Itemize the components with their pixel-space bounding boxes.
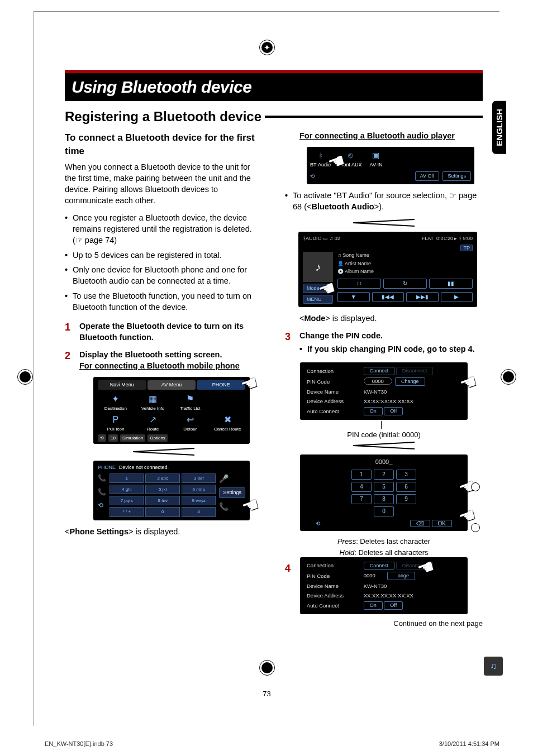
- keypad-key[interactable]: 8 tuv: [145, 496, 179, 505]
- keypad-key[interactable]: 9 wxyz: [182, 496, 216, 505]
- tp-indicator: TP: [460, 245, 473, 251]
- navi-bottom[interactable]: Simulation: [120, 434, 145, 442]
- connect-button[interactable]: Connect: [364, 562, 395, 570]
- disconnect-button[interactable]: Disconnect: [396, 367, 434, 375]
- conn-label: PIN Code: [304, 571, 361, 581]
- keypad-key[interactable]: 8: [374, 494, 394, 504]
- eq-label: FLAT: [422, 236, 434, 241]
- bt-audio-play-screenshot: ᚼAUDIO ▭ ♫ 02 FLAT 0:01:20 ▸ ᚼ 9:00 TP ♪…: [298, 232, 477, 308]
- change-button[interactable]: Change: [395, 377, 425, 386]
- keypad-key[interactable]: 5 jkl: [145, 485, 179, 494]
- pause-button[interactable]: ▮▮: [429, 279, 473, 289]
- next-button[interactable]: ▶▶▮: [406, 292, 439, 302]
- keypad-key[interactable]: 3: [396, 470, 416, 480]
- navi-item[interactable]: ✦Destination: [98, 393, 134, 412]
- navi-item[interactable]: ↗Route: [135, 414, 171, 433]
- track-number: 02: [335, 236, 340, 241]
- down-button[interactable]: ▼: [337, 292, 370, 302]
- navi-item[interactable]: ✖Cancel Route: [210, 414, 245, 433]
- clock: 9:00: [463, 236, 473, 241]
- step-number: 1: [65, 320, 70, 334]
- navi-bottom[interactable]: 10: [108, 434, 118, 442]
- device-name-value: KW-NT30: [361, 387, 463, 396]
- keypad-key[interactable]: 7 pqrs: [110, 496, 144, 505]
- on-button[interactable]: On: [364, 601, 383, 610]
- chapter-title: Using Bluetooth device: [72, 78, 476, 97]
- keypad-key[interactable]: 3 def: [182, 473, 216, 483]
- voice-icon[interactable]: 🎤: [219, 473, 245, 485]
- conn-label: Device Address: [304, 591, 361, 600]
- back-icon[interactable]: ⟲: [316, 520, 320, 528]
- keypad-key[interactable]: 0: [145, 507, 179, 516]
- back-icon[interactable]: ⟲: [98, 501, 106, 510]
- callout-1: 1: [471, 482, 480, 491]
- keypad-key[interactable]: 9: [396, 494, 416, 504]
- settings-button[interactable]: Settings: [442, 171, 471, 181]
- keypad-key[interactable]: 2: [374, 470, 394, 480]
- keypad-key[interactable]: 0: [374, 506, 394, 516]
- connect-button[interactable]: Connect: [364, 367, 395, 375]
- right-column: For connecting a Bluetooth audio player …: [285, 130, 483, 629]
- right-head-underline: For connecting a Bluetooth audio player: [299, 130, 483, 141]
- on-button[interactable]: On: [364, 407, 383, 415]
- artist-name: Artist Name: [345, 261, 371, 266]
- dial-icon[interactable]: 📞: [98, 487, 106, 497]
- keypad-key[interactable]: #: [182, 507, 216, 516]
- keypad-key[interactable]: * / +: [110, 507, 144, 516]
- pin-value: 0000: [364, 377, 392, 385]
- mode-line: <Mode> is displayed.: [299, 313, 483, 324]
- album-name: Album Name: [345, 269, 374, 274]
- navi-item[interactable]: PPOI Icon: [98, 414, 134, 433]
- bullet: Up to 5 devices can be registered in tot…: [65, 250, 263, 261]
- source-label: AUDIO: [306, 236, 322, 241]
- keypad-key[interactable]: 4 ghi: [110, 485, 144, 494]
- av-in-source[interactable]: ▣AV-IN: [370, 150, 383, 168]
- keypad-key[interactable]: 2 abc: [145, 473, 179, 483]
- step-number: 3: [285, 330, 291, 344]
- chapter-title-bar: Using Bluetooth device: [65, 70, 483, 101]
- section-subtitle: Registering a Bluetooth device: [65, 109, 261, 125]
- change-button[interactable]: ange: [387, 572, 415, 580]
- callout-2: 2: [471, 523, 480, 532]
- keypad-key[interactable]: 7: [351, 494, 372, 504]
- av-off-button[interactable]: AV Off: [415, 171, 440, 181]
- backspace-button[interactable]: ⌫: [410, 520, 430, 527]
- footer-right: 3/10/2011 4:51:34 PM: [439, 740, 499, 747]
- conn-label: Connection: [304, 561, 361, 571]
- navi-tab[interactable]: Navi Menu: [98, 380, 146, 390]
- left-intro: When you connect a Bluetooth device to t…: [65, 161, 263, 207]
- device-address-value: XX:XX:XX:XX:XX:XX: [361, 591, 463, 600]
- page-number: 73: [263, 690, 270, 698]
- keypad-key[interactable]: 6: [396, 482, 416, 492]
- prev-button[interactable]: ▮◀◀: [372, 292, 404, 302]
- navi-tab-phone[interactable]: PHONE: [197, 380, 245, 390]
- back-icon[interactable]: ⟲: [310, 173, 315, 180]
- off-button[interactable]: Off: [384, 601, 403, 610]
- ok-button[interactable]: OK: [432, 520, 452, 527]
- language-tab: ENGLISH: [492, 101, 506, 154]
- navi-item[interactable]: ↩Detour: [173, 414, 208, 433]
- step-3: 3 Change the PIN code. If you skip chang…: [285, 330, 483, 355]
- traffic-icon: ⚑: [173, 393, 208, 405]
- repeat-button[interactable]: ↻: [383, 279, 427, 289]
- keypad-key[interactable]: 4: [351, 482, 372, 492]
- off-button[interactable]: Off: [384, 407, 403, 415]
- navi-item[interactable]: ⚑Traffic List: [173, 393, 208, 412]
- navi-tab[interactable]: AV Menu: [147, 380, 196, 390]
- conn-label: Device Address: [304, 396, 361, 406]
- navi-bottom[interactable]: Options: [147, 434, 168, 442]
- navi-item[interactable]: ▦Vehicle Info: [135, 393, 171, 412]
- bullet: Only one device for Bluetooth phone and …: [65, 264, 263, 287]
- keypad-key[interactable]: 6 mno: [182, 485, 216, 494]
- device-address-value: XX:XX:XX:XX:XX:XX: [361, 396, 463, 406]
- keypad-key[interactable]: 1: [110, 473, 144, 483]
- keypad-key[interactable]: 1: [351, 470, 372, 480]
- dial-icon[interactable]: 📞: [98, 473, 106, 483]
- back-icon[interactable]: ⟲: [98, 434, 106, 442]
- shuffle-button[interactable]: ↕↕: [337, 279, 381, 289]
- pin-caption: PIN code (initial: 0000): [285, 430, 483, 440]
- play-button[interactable]: ▶: [441, 292, 473, 302]
- registration-mark-top: [259, 40, 275, 55]
- phone-status: Device not connected.: [119, 464, 169, 471]
- keypad-key[interactable]: 5: [374, 482, 394, 492]
